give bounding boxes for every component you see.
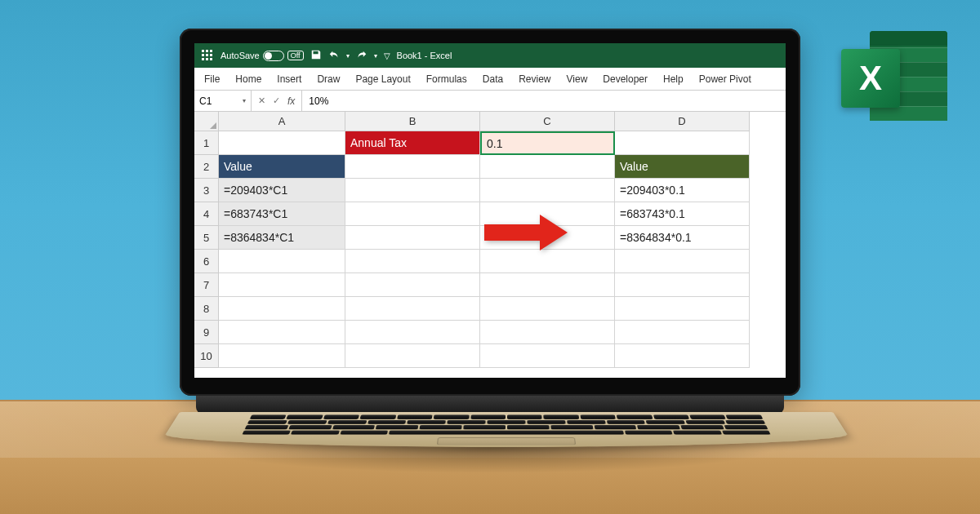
tab-insert[interactable]: Insert xyxy=(275,70,303,88)
cell-a1[interactable] xyxy=(219,131,345,155)
col-header-d[interactable]: D xyxy=(615,112,750,131)
cell-b4[interactable] xyxy=(345,202,480,226)
cell-b6[interactable] xyxy=(345,250,480,273)
svg-rect-6 xyxy=(202,58,204,60)
cell-d4[interactable]: =683743*0.1 xyxy=(615,202,750,226)
row-header-1[interactable]: 1 xyxy=(194,131,219,155)
svg-rect-2 xyxy=(210,50,212,52)
cell-d1[interactable] xyxy=(615,131,750,155)
undo-icon[interactable] xyxy=(328,49,340,62)
cell-a6[interactable] xyxy=(219,250,345,273)
cell-a8[interactable] xyxy=(219,297,345,321)
cell-c4[interactable] xyxy=(480,202,615,226)
cell-c10[interactable] xyxy=(480,344,615,368)
col-header-a[interactable]: A xyxy=(219,112,345,131)
cell-c7[interactable] xyxy=(480,273,615,297)
tab-power-pivot[interactable]: Power Pivot xyxy=(697,70,753,88)
cell-c2[interactable] xyxy=(480,155,615,179)
tab-help[interactable]: Help xyxy=(662,70,685,88)
laptop-keyboard xyxy=(158,412,855,447)
tab-page-layout[interactable]: Page Layout xyxy=(354,70,412,88)
autosave-toggle[interactable]: AutoSave Off xyxy=(220,51,304,61)
cell-a10[interactable] xyxy=(219,344,345,368)
cell-c9[interactable] xyxy=(480,321,615,344)
cell-d9[interactable] xyxy=(615,321,750,344)
cell-c1-active[interactable]: 0.1 xyxy=(480,131,615,155)
cell-b10[interactable] xyxy=(345,344,480,368)
save-icon[interactable] xyxy=(310,49,322,62)
name-box-value: C1 xyxy=(199,95,212,107)
row-header-6[interactable]: 6 xyxy=(194,250,219,273)
formula-input[interactable]: 10% xyxy=(302,91,786,111)
svg-rect-4 xyxy=(206,54,208,56)
autosave-state: Off xyxy=(287,51,304,60)
formula-bar: C1 ▾ ✕ ✓ fx 10% xyxy=(194,91,786,112)
cell-a4[interactable]: =683743*C1 xyxy=(219,202,345,226)
excel-window: AutoSave Off ▾ ▾ ▽ Book1 - Excel xyxy=(194,43,786,378)
col-header-b[interactable]: B xyxy=(345,112,480,131)
select-all-corner[interactable] xyxy=(194,112,219,131)
excel-badge: X xyxy=(841,49,900,108)
cell-b7[interactable] xyxy=(345,273,480,297)
app-launcher-icon[interactable] xyxy=(201,49,214,62)
redo-icon[interactable] xyxy=(356,49,368,62)
cell-a9[interactable] xyxy=(219,321,345,344)
cell-b5[interactable] xyxy=(345,226,480,250)
laptop-hinge xyxy=(196,396,784,414)
cell-d2[interactable]: Value xyxy=(615,155,750,179)
row-header-2[interactable]: 2 xyxy=(194,155,219,179)
cell-b9[interactable] xyxy=(345,321,480,344)
row-header-4[interactable]: 4 xyxy=(194,202,219,226)
cell-a3[interactable]: =209403*C1 xyxy=(219,179,345,202)
autosave-label: AutoSave xyxy=(220,51,260,60)
tab-home[interactable]: Home xyxy=(234,70,263,88)
screen-bezel: AutoSave Off ▾ ▾ ▽ Book1 - Excel xyxy=(180,29,800,396)
cell-b3[interactable] xyxy=(345,179,480,202)
tab-draw[interactable]: Draw xyxy=(315,70,341,88)
row-header-5[interactable]: 5 xyxy=(194,226,219,250)
tab-formulas[interactable]: Formulas xyxy=(425,70,469,88)
cell-d5[interactable]: =8364834*0.1 xyxy=(615,226,750,250)
qat-overflow-icon[interactable]: ▽ xyxy=(384,51,390,60)
cell-d7[interactable] xyxy=(615,273,750,297)
cell-d8[interactable] xyxy=(615,297,750,321)
tab-review[interactable]: Review xyxy=(517,70,552,88)
cell-c3[interactable] xyxy=(480,179,615,202)
row-headers: 1 2 3 4 5 6 7 8 9 10 xyxy=(194,131,219,368)
cell-c6[interactable] xyxy=(480,250,615,273)
trackpad xyxy=(437,437,576,445)
formula-value: 10% xyxy=(309,95,328,107)
tab-file[interactable]: File xyxy=(203,70,221,88)
undo-dropdown-icon[interactable]: ▾ xyxy=(346,52,350,60)
row-header-7[interactable]: 7 xyxy=(194,273,219,297)
tab-developer[interactable]: Developer xyxy=(601,70,649,88)
row-header-9[interactable]: 9 xyxy=(194,321,219,344)
cell-d6[interactable] xyxy=(615,250,750,273)
row-header-8[interactable]: 8 xyxy=(194,297,219,321)
row-header-10[interactable]: 10 xyxy=(194,344,219,368)
chevron-down-icon: ▾ xyxy=(243,97,246,104)
svg-rect-1 xyxy=(206,50,208,52)
cell-b1[interactable]: Annual Tax xyxy=(345,131,480,155)
tab-view[interactable]: View xyxy=(565,70,590,88)
cell-a5[interactable]: =8364834*C1 xyxy=(219,226,345,250)
cell-a2[interactable]: Value xyxy=(219,155,345,179)
cell-d3[interactable]: =209403*0.1 xyxy=(615,179,750,202)
name-box[interactable]: C1 ▾ xyxy=(194,91,252,111)
cell-b2[interactable] xyxy=(345,155,480,179)
cell-b8[interactable] xyxy=(345,297,480,321)
svg-rect-7 xyxy=(206,58,208,60)
cancel-icon[interactable]: ✕ xyxy=(255,95,268,106)
col-header-c[interactable]: C xyxy=(480,112,615,131)
cell-d10[interactable] xyxy=(615,344,750,368)
tab-data[interactable]: Data xyxy=(481,70,505,88)
enter-icon[interactable]: ✓ xyxy=(270,95,283,106)
cell-a7[interactable] xyxy=(219,273,345,297)
svg-rect-5 xyxy=(210,54,212,56)
cell-c8[interactable] xyxy=(480,297,615,321)
formula-bar-buttons: ✕ ✓ fx xyxy=(252,91,302,111)
fx-icon[interactable]: fx xyxy=(284,95,298,107)
cell-c5[interactable] xyxy=(480,226,615,250)
redo-dropdown-icon[interactable]: ▾ xyxy=(374,52,377,60)
row-header-3[interactable]: 3 xyxy=(194,179,219,202)
